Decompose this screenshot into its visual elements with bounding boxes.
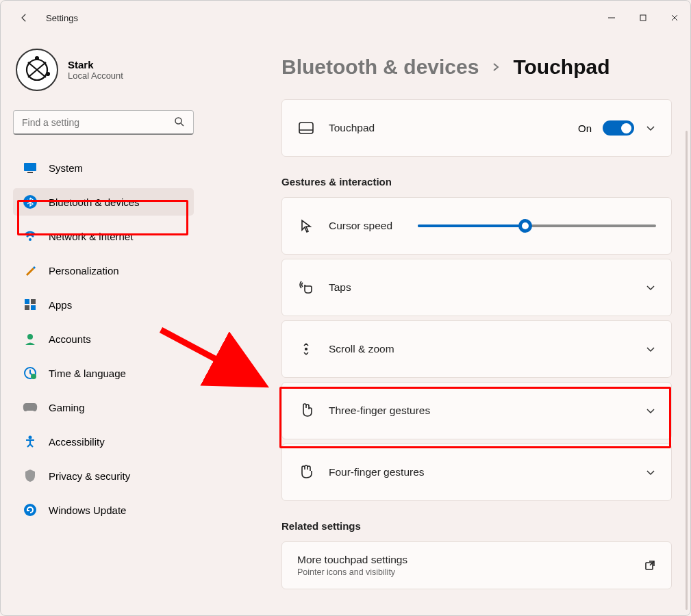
card-label: Four-finger gestures (329, 466, 631, 478)
scroll-zoom-icon (297, 340, 315, 358)
svg-rect-11 (24, 163, 36, 171)
chevron-down-icon[interactable] (645, 123, 656, 133)
svg-point-23 (24, 504, 36, 516)
window-title: Settings (46, 13, 78, 23)
sidebar-item-label: Personalization (49, 265, 119, 277)
card-subtitle: Pointer icons and visibility (297, 567, 630, 577)
scroll-zoom-card[interactable]: Scroll & zoom (281, 320, 672, 378)
sidebar-item-label: Network & internet (49, 231, 133, 242)
search-box (13, 110, 194, 135)
sidebar-item-network[interactable]: Network & internet (13, 222, 194, 250)
svg-line-10 (181, 123, 184, 126)
svg-rect-16 (31, 299, 36, 304)
scrollbar[interactable] (686, 131, 688, 610)
sidebar-item-bluetooth-devices[interactable]: Bluetooth & devices (13, 188, 194, 216)
svg-rect-12 (27, 172, 33, 173)
cursor-speed-slider[interactable] (418, 224, 656, 227)
touchpad-toggle-card[interactable]: Touchpad On (281, 99, 672, 157)
card-label: Cursor speed (329, 220, 404, 232)
svg-point-14 (29, 238, 32, 241)
chevron-down-icon[interactable] (645, 282, 656, 293)
card-label: More touchpad settings (297, 554, 630, 566)
svg-rect-1 (640, 15, 646, 21)
sidebar-item-gaming[interactable]: Gaming (13, 394, 194, 421)
sidebar-item-label: Gaming (49, 402, 85, 413)
sidebar-item-label: Privacy & security (49, 470, 130, 482)
sidebar-item-system[interactable]: System (13, 154, 194, 181)
sidebar-item-apps[interactable]: Apps (13, 291, 194, 318)
bluetooth-icon (23, 194, 38, 209)
cursor-speed-card[interactable]: Cursor speed (281, 197, 672, 255)
svg-point-26 (305, 348, 307, 350)
profile-name: Stark (68, 59, 123, 70)
svg-point-21 (31, 374, 36, 379)
svg-rect-15 (25, 299, 29, 304)
four-finger-gestures-card[interactable]: Four-finger gestures (281, 444, 672, 501)
wifi-icon (23, 229, 38, 244)
breadcrumb-parent[interactable]: Bluetooth & devices (281, 55, 479, 79)
cursor-icon (297, 217, 315, 235)
sidebar-item-accessibility[interactable]: Accessibility (13, 428, 194, 455)
card-label: Scroll & zoom (329, 343, 631, 355)
avatar (16, 49, 58, 91)
sidebar-item-label: Accounts (49, 333, 91, 345)
clock-globe-icon (23, 365, 38, 381)
sidebar: Stark Local Account System Bluetooth & d… (1, 35, 206, 615)
content-area: Bluetooth & devices Touchpad Touchpad On (206, 35, 690, 615)
close-button[interactable] (659, 7, 690, 29)
svg-point-7 (36, 57, 38, 60)
minimize-button[interactable] (596, 7, 627, 29)
three-finger-icon (297, 402, 315, 420)
gaming-icon (23, 400, 38, 415)
sidebar-item-windows-update[interactable]: Windows Update (13, 496, 194, 524)
search-icon (173, 116, 187, 129)
svg-rect-24 (299, 123, 313, 133)
sidebar-item-time-language[interactable]: Time & language (13, 359, 194, 387)
titlebar: Settings (1, 1, 690, 35)
chevron-down-icon[interactable] (645, 344, 656, 355)
maximize-button[interactable] (627, 7, 659, 29)
sidebar-item-privacy-security[interactable]: Privacy & security (13, 462, 194, 489)
sidebar-item-personalization[interactable]: Personalization (13, 257, 194, 284)
system-icon (23, 160, 38, 175)
profile-subtitle: Local Account (68, 70, 123, 81)
touchpad-icon (297, 119, 315, 137)
breadcrumb-current: Touchpad (513, 55, 610, 79)
sidebar-item-accounts[interactable]: Accounts (13, 325, 194, 352)
more-touchpad-settings-card[interactable]: More touchpad settings Pointer icons and… (281, 541, 672, 589)
svg-point-8 (47, 73, 49, 75)
search-input[interactable] (13, 110, 194, 135)
touchpad-toggle[interactable] (603, 120, 634, 136)
four-finger-icon (297, 463, 315, 481)
card-label: Touchpad (329, 122, 564, 134)
tap-icon (297, 279, 315, 296)
section-header-gestures: Gestures & interaction (281, 176, 672, 188)
external-link-icon (644, 559, 656, 572)
chevron-down-icon[interactable] (645, 467, 656, 478)
breadcrumb: Bluetooth & devices Touchpad (281, 55, 690, 79)
svg-rect-18 (31, 305, 36, 310)
card-label: Taps (329, 281, 631, 294)
update-icon (23, 502, 38, 517)
chevron-down-icon[interactable] (645, 405, 656, 416)
profile-block[interactable]: Stark Local Account (13, 49, 194, 91)
shield-icon (23, 468, 38, 483)
toggle-state-label: On (578, 123, 592, 134)
person-icon (23, 331, 38, 346)
sidebar-item-label: Apps (49, 299, 72, 311)
svg-point-9 (175, 118, 181, 124)
accessibility-icon (23, 434, 38, 449)
section-header-related: Related settings (281, 520, 672, 532)
sidebar-item-label: Windows Update (49, 504, 126, 516)
sidebar-item-label: Accessibility (49, 436, 105, 448)
taps-card[interactable]: Taps (281, 259, 672, 316)
svg-point-19 (27, 334, 33, 339)
back-button[interactable] (16, 10, 32, 26)
nav: System Bluetooth & devices Network & int… (13, 154, 194, 530)
paint-icon (23, 263, 38, 278)
chevron-right-icon (491, 60, 501, 75)
sidebar-item-label: System (49, 162, 83, 174)
three-finger-gestures-card[interactable]: Three-finger gestures (281, 382, 672, 439)
sidebar-item-label: Time & language (49, 368, 126, 379)
apps-icon (23, 297, 38, 312)
